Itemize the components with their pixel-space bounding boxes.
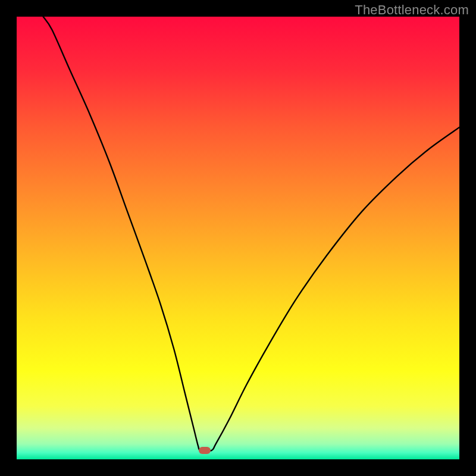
watermark-text: TheBottleneck.com [355, 2, 469, 18]
gradient-background [17, 17, 459, 459]
optimal-point-marker [199, 447, 211, 454]
chart-frame: TheBottleneck.com [0, 0, 476, 476]
plot-svg [17, 17, 459, 459]
plot-area [17, 17, 459, 459]
